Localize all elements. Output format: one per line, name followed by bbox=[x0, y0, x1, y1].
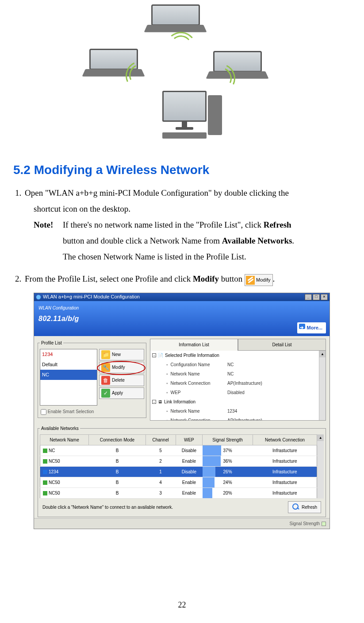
column-header[interactable]: Signal Strength bbox=[203, 434, 253, 445]
note-text: . bbox=[292, 236, 294, 245]
maximize-button[interactable]: □ bbox=[313, 294, 320, 300]
profile-list-fieldset: Profile List 1234 Default NC 📁New 🔧Modif… bbox=[38, 339, 146, 418]
table-row[interactable]: NC50B2Enable36%Infrastucture bbox=[40, 456, 317, 466]
column-header[interactable]: Network Connection bbox=[253, 434, 317, 445]
banner-subtitle: WLAN Configuration bbox=[38, 304, 325, 312]
note-label: Note! bbox=[34, 217, 57, 265]
new-label: New bbox=[112, 350, 121, 359]
refresh-button[interactable]: Refresh bbox=[288, 501, 321, 513]
step-text: shortcut icon on the desktop. bbox=[15, 201, 351, 217]
enable-label: Enable Smart Selection bbox=[48, 409, 94, 414]
trash-icon: 🗑 bbox=[101, 376, 110, 385]
networks-table: Network NameConnection ModeChannelWEPSig… bbox=[40, 434, 317, 499]
note-bold: Available Networks bbox=[222, 236, 292, 245]
tree-label: Selected Profile Information bbox=[165, 353, 219, 358]
banner-title: 802.11a/b/g bbox=[38, 312, 325, 325]
profile-list[interactable]: 1234 Default NC bbox=[40, 349, 97, 406]
network-icon bbox=[43, 449, 47, 453]
profile-list-legend: Profile List bbox=[40, 339, 63, 347]
column-header[interactable]: Network Name bbox=[40, 434, 89, 445]
folder-icon: 📁 bbox=[101, 350, 110, 359]
wrench-icon bbox=[246, 276, 255, 285]
table-row[interactable]: NC50B3Enable20%Infrastucture bbox=[40, 488, 317, 498]
apply-button[interactable]: ✓Apply bbox=[99, 387, 144, 399]
step-1: 1.Open "WLAN a+b+g mini-PCI Module Confi… bbox=[15, 185, 351, 265]
delete-label: Delete bbox=[112, 376, 125, 384]
tree-label: Link Information bbox=[164, 399, 195, 404]
header-banner: WLAN Configuration 802.11a/b/g More... bbox=[34, 301, 330, 336]
info-row: ▪WEPDisabled bbox=[150, 388, 326, 397]
step-number: 1. bbox=[15, 185, 25, 201]
delete-button[interactable]: 🗑Delete bbox=[99, 375, 144, 386]
profile-item[interactable]: Default bbox=[40, 360, 97, 370]
step-number: 2. bbox=[15, 271, 25, 287]
section-heading: 5.2 Modifying a Wireless Network bbox=[13, 163, 351, 177]
step-text: From the Profile List, select one Profil… bbox=[25, 274, 193, 283]
available-networks-legend: Available Networks bbox=[40, 424, 80, 433]
titlebar: WLAN a+b+g mini-PCI Module Configuration… bbox=[34, 293, 330, 301]
tree-header[interactable]: -📄Selected Profile Information bbox=[150, 351, 326, 360]
page-number: 22 bbox=[0, 600, 364, 610]
table-row[interactable]: NCB5Disable37%Infrastucture bbox=[40, 445, 317, 456]
wrench-icon: 🔧 bbox=[101, 363, 110, 372]
window-title: WLAN a+b+g mini-PCI Module Configuration bbox=[43, 292, 140, 302]
network-icon bbox=[43, 459, 47, 464]
available-networks-fieldset: Available Networks Network NameConnectio… bbox=[38, 424, 326, 517]
column-header[interactable]: Channel bbox=[146, 434, 176, 445]
close-button[interactable]: × bbox=[321, 294, 328, 300]
tree-header[interactable]: -🖥Link Information bbox=[150, 397, 326, 406]
profile-item[interactable]: 1234 bbox=[40, 349, 97, 360]
enable-checkbox[interactable] bbox=[41, 409, 46, 415]
info-row: ▪Network ConnectionAP(Infrastructure) bbox=[150, 379, 326, 388]
signal-indicator bbox=[322, 522, 326, 526]
network-illustration bbox=[13, 0, 351, 159]
note-text: The chosen Network Name is listed in the… bbox=[63, 252, 246, 261]
column-header[interactable]: WEP bbox=[176, 434, 203, 445]
info-body: -📄Selected Profile Information ▪Configur… bbox=[150, 351, 326, 421]
note-text: If there's no network name listed in the… bbox=[63, 220, 264, 229]
modify-label: Modify bbox=[112, 363, 125, 371]
status-label: Signal Strength bbox=[290, 521, 320, 526]
new-button[interactable]: 📁New bbox=[99, 349, 144, 360]
info-row: ▪Network Name1234 bbox=[150, 406, 326, 416]
tab-detail-list[interactable]: Detail List bbox=[238, 339, 326, 351]
info-row: ▪Configuration NameNC bbox=[150, 360, 326, 369]
refresh-label: Refresh bbox=[302, 503, 317, 511]
scrollbar[interactable]: ▲ bbox=[317, 434, 324, 499]
more-button[interactable]: More... bbox=[297, 322, 326, 333]
modify-button[interactable]: 🔧Modify bbox=[99, 362, 144, 373]
app-window: WLAN a+b+g mini-PCI Module Configuration… bbox=[34, 293, 330, 529]
minimize-button[interactable]: _ bbox=[305, 294, 312, 300]
step-text: . bbox=[273, 274, 275, 283]
step-text: Open "WLAN a+b+g mini-PCI Module Configu… bbox=[25, 188, 289, 197]
footer-hint: Double click a "Network Name" to connect… bbox=[42, 503, 173, 511]
info-row: ▪Network ConnectionAP(Infrastructure) bbox=[150, 416, 326, 421]
modify-button-label: Modify bbox=[256, 277, 270, 282]
network-icon bbox=[43, 480, 47, 485]
modify-button-inline: Modify bbox=[245, 274, 272, 286]
apply-label: Apply bbox=[112, 389, 123, 397]
profile-item-selected[interactable]: NC bbox=[40, 370, 97, 380]
scrollbar[interactable]: ▲ bbox=[319, 351, 326, 420]
step-bold: Modify bbox=[193, 274, 219, 283]
note-bold: Refresh bbox=[264, 220, 291, 229]
tab-information-list[interactable]: Information List bbox=[150, 339, 238, 351]
note-text: button and double click a Network Name f… bbox=[63, 236, 222, 245]
table-row[interactable]: NC50B4Enable24%Infrastucture bbox=[40, 477, 317, 488]
check-icon: ✓ bbox=[101, 389, 110, 398]
table-row[interactable]: 1234B1Disable26%Infrastucture bbox=[40, 466, 317, 477]
search-icon bbox=[292, 503, 300, 511]
step-text: button bbox=[219, 274, 245, 283]
step-2: 2.From the Profile List, select one Prof… bbox=[15, 271, 351, 529]
app-icon bbox=[36, 294, 41, 300]
enable-smart-selection[interactable]: Enable Smart Selection bbox=[40, 406, 144, 416]
column-header[interactable]: Connection Mode bbox=[89, 434, 146, 445]
network-icon bbox=[43, 491, 47, 495]
info-row: ▪Network NameNC bbox=[150, 369, 326, 379]
network-icon bbox=[43, 470, 47, 474]
statusbar: Signal Strength bbox=[34, 518, 330, 529]
more-label: More... bbox=[307, 325, 322, 330]
